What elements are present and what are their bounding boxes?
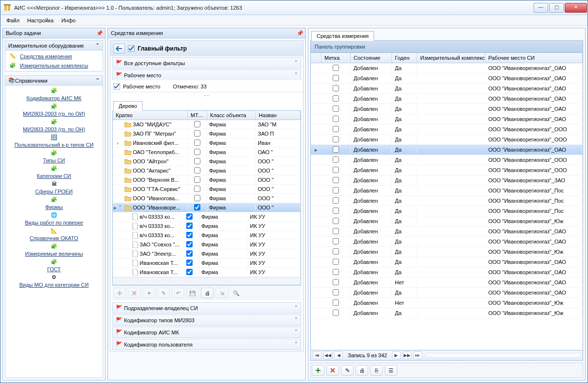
mark-checkbox[interactable] [333,279,339,285]
add-button[interactable] [312,365,324,376]
mterr-checkbox[interactable] [186,213,193,220]
grid-row[interactable]: ДобавленДаООО "Ивановорегионгаз"_Пос [311,196,583,206]
mark-checkbox[interactable] [333,218,339,224]
catalog-item[interactable]: 🧩Измеряемые величины [5,242,103,258]
mark-checkbox[interactable] [333,187,339,193]
pin-icon[interactable]: 📌 [297,30,303,36]
delete-button[interactable] [128,288,141,298]
menu-file[interactable]: Файл [2,17,23,24]
back-button[interactable] [113,44,125,53]
mark-checkbox[interactable] [333,208,339,214]
grid-row[interactable]: ДобавленДаООО "Ивановорегионгаз"_ОАО [311,237,583,247]
delete-button[interactable] [326,365,339,376]
mark-checkbox[interactable] [333,289,339,296]
filter-collapsed[interactable]: 🚩 Подразделение-владелец СИ˅ [112,302,301,313]
grid-row[interactable]: ДобавленДаООО "Ивановорегионгаз"_ООО [311,135,583,145]
mterr-checkbox[interactable] [194,176,200,183]
pin-icon[interactable]: 📌 [96,30,102,36]
grid-row[interactable]: ДобавленДаООО "Ивановорегионгаз"_Юж [311,308,583,318]
grid-row[interactable]: ДобавленДаООО "Ивановорегионгаз"_ОАО [311,257,583,267]
mark-checkbox[interactable] [333,157,339,163]
grid-row[interactable]: ДобавленДаООО "Ивановорегионгаз"_ОАО [311,114,583,124]
tree-tab[interactable]: Дерево [113,101,143,111]
catalog-item[interactable]: 🧩МИ2803-2003 (гр. по ОИ) [5,102,103,118]
mterr-checkbox[interactable] [186,250,193,257]
mark-checkbox[interactable] [333,197,339,204]
last-page-button[interactable]: ⏭ [413,351,422,359]
mterr-checkbox[interactable] [186,269,193,275]
maximize-button[interactable]: ▢ [549,3,564,13]
mark-checkbox[interactable] [333,177,339,183]
grid-row[interactable]: ДобавленДаООО "Ивановорегионгаз"_Юж [311,247,583,257]
search-button[interactable]: 🔍 [230,288,243,298]
grid-row[interactable]: ДобавленДаООО "Ивановорегионгаз"_Пос [311,206,583,216]
col-class[interactable]: Класс объекта [207,111,256,120]
catalog-item[interactable]: 🧩Фирмы [5,195,103,211]
tree-row[interactable]: Ивановская Т...ФирмаИК УУ [113,268,301,277]
grid-row[interactable]: ДобавленДаООО "Ивановорегионгаз"_ОАО [311,104,583,114]
tree-row[interactable]: в/ч 03333 ко...ФирмаИК УУ [113,222,301,231]
grid-row[interactable]: ДобавленДаООО "Ивановорегионгаз"_ООО [311,165,583,175]
catalog-item[interactable]: 🧩МИ2803-2003 (гр. по ОН) [5,118,103,133]
expand-icon[interactable]: › [113,140,123,146]
mark-checkbox[interactable] [333,126,339,132]
tree-hscroll[interactable] [113,277,301,285]
mark-checkbox[interactable] [333,228,339,234]
catalog-item[interactable]: 🧩Типы СИ [5,149,103,164]
print-button[interactable]: 🖨 [201,288,214,298]
mterr-checkbox[interactable] [186,241,193,247]
sidebar-link[interactable]: 🧩Измерительные комплексы [5,61,103,70]
grid-row[interactable]: ДобавленНетООО "Ивановорегионгаз"_Юж [311,298,583,308]
col-place[interactable]: Рабочее место СИ [485,53,583,63]
grid-row[interactable]: ДобавленДаООО "Ивановорегионгаз"_ООО [311,124,583,135]
mark-checkbox[interactable] [333,310,339,316]
menu-settings[interactable]: Настройка [23,17,57,24]
grid-row[interactable]: ДобавленДаООО "Ивановорегионгаз"_ОАО [311,226,583,237]
mterr-checkbox[interactable] [186,232,193,238]
catalog-item[interactable]: 🔢Пользовательский к-р типов СИ [5,133,103,149]
tree-row[interactable]: ЗАО "Электр...ФирмаИК УУ [113,249,301,259]
catalog-item[interactable]: 🏛Сферы ГРОЕИ [5,180,103,195]
tree-row[interactable]: ООО "Айтрон"ФирмаООО " [113,157,301,166]
next-page-button[interactable]: ▶▶ [403,351,411,359]
menu-info[interactable]: Инфо [57,17,79,24]
grid-row[interactable]: ДобавленДаООО "Ивановорегионгаз"_ОАО [311,84,583,94]
section-equipment-header[interactable]: Измерительное оборудование⌃ [5,41,103,51]
link-button[interactable]: ⚭ [143,288,155,298]
edit-button[interactable]: ✎ [341,365,354,376]
catalog-item[interactable]: 🧩Категории СИ [5,164,103,180]
catalog-item[interactable]: 🧩Кодификатор АИС МК [5,87,103,102]
add-button[interactable] [113,288,126,298]
grid-row[interactable]: ДобавленНетООО "Ивановорегионгаз"_ОАО [311,278,583,288]
tree-row[interactable]: Ивановская Т...ФирмаИК УУ [113,259,301,268]
minimize-button[interactable]: — [534,3,548,13]
mark-checkbox[interactable] [333,95,339,102]
group-panel[interactable]: Панель группировки [310,40,583,53]
mark-checkbox[interactable] [333,85,339,91]
mark-checkbox[interactable] [333,75,339,81]
grid-row[interactable]: ДобавленДаООО "Ивановорегионгаз"_ОАО [311,73,583,84]
mark-checkbox[interactable] [333,259,339,265]
mterr-checkbox[interactable] [194,167,200,174]
mterr-checkbox[interactable] [194,121,200,127]
col-name[interactable]: Назван [256,111,301,120]
mterr-checkbox[interactable] [194,195,200,201]
mark-checkbox[interactable] [333,238,339,244]
mterr-checkbox[interactable] [194,186,200,192]
mterr-checkbox[interactable] [186,223,193,229]
col-valid[interactable]: Годен [392,53,417,63]
resize-handle[interactable]: ···· [110,92,303,98]
sidebar-link[interactable]: 📏Средства измерения [5,52,103,61]
grid-row[interactable]: ДобавленДаООО "Ивановорегионгаз"_Юж [311,216,583,226]
mark-checkbox[interactable] [333,65,339,71]
col-complex[interactable]: Измерительный комплекс [417,53,485,63]
grid-hscroll[interactable] [426,353,581,358]
mterr-checkbox[interactable] [194,149,200,155]
mterr-checkbox[interactable] [186,260,193,266]
prev-page-button[interactable]: ◀◀ [323,351,332,359]
mark-checkbox[interactable] [333,299,339,306]
tree-row[interactable]: ООО "Иваногова...ФирмаООО " [113,194,301,203]
tree-row[interactable]: ЗАО "МИДАУС"ФирмаЗАО "М [113,120,301,129]
col-state[interactable]: Состояние [351,53,392,63]
grid-row[interactable]: ДобавленДаООО "Ивановорегионгаз"_ОАО [311,267,583,278]
